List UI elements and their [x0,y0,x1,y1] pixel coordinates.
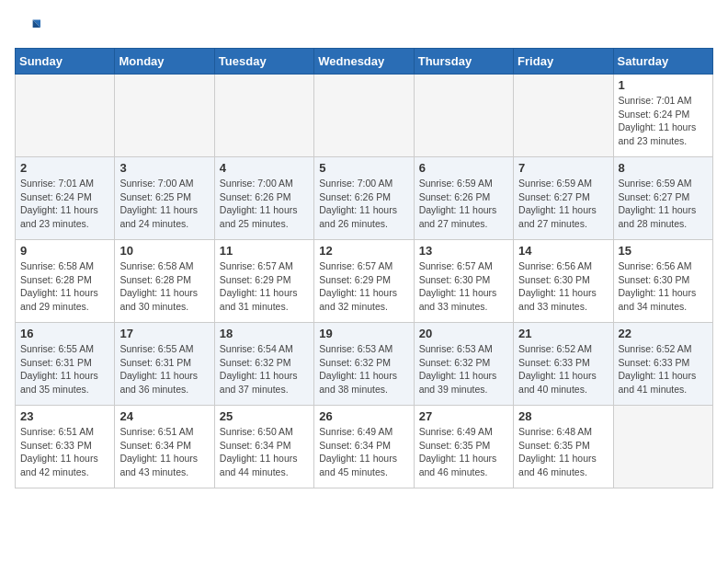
day-number: 11 [220,244,309,258]
calendar-header-row: SundayMondayTuesdayWednesdayThursdayFrid… [16,49,713,75]
calendar-cell: 5Sunrise: 7:00 AM Sunset: 6:26 PM Daylig… [314,157,414,240]
calendar-cell: 14Sunrise: 6:56 AM Sunset: 6:30 PM Dayli… [514,240,613,323]
calendar-cell: 22Sunrise: 6:52 AM Sunset: 6:33 PM Dayli… [613,323,712,406]
day-info: Sunrise: 6:55 AM Sunset: 6:31 PM Dayligh… [119,342,209,396]
calendar-cell: 18Sunrise: 6:54 AM Sunset: 6:32 PM Dayli… [214,323,313,406]
day-header-friday: Friday [514,49,613,75]
calendar-cell: 8Sunrise: 6:59 AM Sunset: 6:27 PM Daylig… [613,157,712,240]
day-info: Sunrise: 6:49 AM Sunset: 6:35 PM Dayligh… [419,425,508,479]
day-number: 10 [119,244,209,258]
calendar-week-row: 9Sunrise: 6:58 AM Sunset: 6:28 PM Daylig… [16,240,713,323]
calendar-cell: 28Sunrise: 6:48 AM Sunset: 6:35 PM Dayli… [514,406,613,488]
calendar-cell: 4Sunrise: 7:00 AM Sunset: 6:26 PM Daylig… [214,157,313,240]
calendar-cell: 27Sunrise: 6:49 AM Sunset: 6:35 PM Dayli… [414,406,513,488]
page-header [15,15,713,40]
day-info: Sunrise: 6:59 AM Sunset: 6:26 PM Dayligh… [419,177,508,231]
calendar-cell: 3Sunrise: 7:00 AM Sunset: 6:25 PM Daylig… [115,157,214,240]
day-info: Sunrise: 6:57 AM Sunset: 6:30 PM Dayligh… [419,259,508,314]
day-number: 5 [319,161,408,175]
calendar-cell: 13Sunrise: 6:57 AM Sunset: 6:30 PM Dayli… [414,240,513,323]
calendar-cell: 20Sunrise: 6:53 AM Sunset: 6:32 PM Dayli… [414,323,513,406]
calendar-week-row: 2Sunrise: 7:01 AM Sunset: 6:24 PM Daylig… [16,157,713,240]
day-info: Sunrise: 6:50 AM Sunset: 6:34 PM Dayligh… [220,425,309,479]
day-number: 28 [518,409,608,423]
day-header-thursday: Thursday [414,49,513,75]
calendar-cell: 24Sunrise: 6:51 AM Sunset: 6:34 PM Dayli… [115,406,214,488]
day-info: Sunrise: 6:52 AM Sunset: 6:33 PM Dayligh… [518,342,608,396]
calendar-cell [314,75,414,157]
day-number: 18 [220,327,309,340]
day-number: 6 [419,161,508,175]
day-header-monday: Monday [115,49,214,75]
calendar-cell: 17Sunrise: 6:55 AM Sunset: 6:31 PM Dayli… [115,323,214,406]
calendar-cell: 6Sunrise: 6:59 AM Sunset: 6:26 PM Daylig… [414,157,513,240]
day-info: Sunrise: 6:53 AM Sunset: 6:32 PM Dayligh… [419,342,508,396]
calendar-cell: 2Sunrise: 7:01 AM Sunset: 6:24 PM Daylig… [16,157,115,240]
day-number: 2 [20,161,109,175]
calendar-cell: 21Sunrise: 6:52 AM Sunset: 6:33 PM Dayli… [514,323,613,406]
day-header-saturday: Saturday [613,49,712,75]
day-number: 12 [319,244,408,258]
day-info: Sunrise: 7:00 AM Sunset: 6:26 PM Dayligh… [220,177,309,231]
calendar-cell [214,75,313,157]
day-number: 8 [619,161,708,175]
day-number: 24 [119,409,209,423]
day-number: 25 [220,409,309,423]
day-number: 14 [518,244,608,258]
calendar-cell: 9Sunrise: 6:58 AM Sunset: 6:28 PM Daylig… [16,240,115,323]
calendar-cell: 10Sunrise: 6:58 AM Sunset: 6:28 PM Dayli… [115,240,214,323]
day-number: 9 [20,244,109,258]
day-number: 20 [419,327,508,340]
calendar-cell [414,75,513,157]
day-number: 15 [619,244,708,258]
calendar-week-row: 23Sunrise: 6:51 AM Sunset: 6:33 PM Dayli… [16,406,713,488]
day-number: 26 [319,409,408,423]
day-info: Sunrise: 6:58 AM Sunset: 6:28 PM Dayligh… [119,259,209,314]
day-info: Sunrise: 6:59 AM Sunset: 6:27 PM Dayligh… [619,177,708,231]
day-number: 17 [119,327,209,340]
day-number: 27 [419,409,508,423]
day-number: 19 [319,327,408,340]
calendar-cell: 15Sunrise: 6:56 AM Sunset: 6:30 PM Dayli… [613,240,712,323]
calendar-cell [514,75,613,157]
calendar-cell: 16Sunrise: 6:55 AM Sunset: 6:31 PM Dayli… [16,323,115,406]
calendar-week-row: 16Sunrise: 6:55 AM Sunset: 6:31 PM Dayli… [16,323,713,406]
logo-icon [15,15,40,40]
day-info: Sunrise: 6:51 AM Sunset: 6:33 PM Dayligh… [20,425,109,479]
day-number: 4 [220,161,309,175]
day-info: Sunrise: 6:53 AM Sunset: 6:32 PM Dayligh… [319,342,408,396]
day-info: Sunrise: 6:59 AM Sunset: 6:27 PM Dayligh… [518,177,608,231]
calendar-cell: 11Sunrise: 6:57 AM Sunset: 6:29 PM Dayli… [214,240,313,323]
day-info: Sunrise: 7:01 AM Sunset: 6:24 PM Dayligh… [619,94,708,148]
day-info: Sunrise: 6:58 AM Sunset: 6:28 PM Dayligh… [20,259,109,314]
calendar-cell [115,75,214,157]
day-info: Sunrise: 6:56 AM Sunset: 6:30 PM Dayligh… [619,259,708,314]
day-header-sunday: Sunday [16,49,115,75]
day-number: 21 [518,327,608,340]
day-info: Sunrise: 6:55 AM Sunset: 6:31 PM Dayligh… [20,342,109,396]
day-header-tuesday: Tuesday [214,49,313,75]
calendar-cell: 12Sunrise: 6:57 AM Sunset: 6:29 PM Dayli… [314,240,414,323]
calendar-cell: 23Sunrise: 6:51 AM Sunset: 6:33 PM Dayli… [16,406,115,488]
calendar-cell [613,406,712,488]
day-number: 22 [619,327,708,340]
day-info: Sunrise: 7:01 AM Sunset: 6:24 PM Dayligh… [20,177,109,231]
day-info: Sunrise: 6:56 AM Sunset: 6:30 PM Dayligh… [518,259,608,314]
day-info: Sunrise: 6:48 AM Sunset: 6:35 PM Dayligh… [518,425,608,479]
calendar-table: SundayMondayTuesdayWednesdayThursdayFrid… [15,48,713,488]
day-info: Sunrise: 6:52 AM Sunset: 6:33 PM Dayligh… [619,342,708,396]
calendar-cell: 1Sunrise: 7:01 AM Sunset: 6:24 PM Daylig… [613,75,712,157]
day-info: Sunrise: 7:00 AM Sunset: 6:25 PM Dayligh… [119,177,209,231]
calendar-cell: 19Sunrise: 6:53 AM Sunset: 6:32 PM Dayli… [314,323,414,406]
day-info: Sunrise: 6:51 AM Sunset: 6:34 PM Dayligh… [119,425,209,479]
day-info: Sunrise: 7:00 AM Sunset: 6:26 PM Dayligh… [319,177,408,231]
day-header-wednesday: Wednesday [314,49,414,75]
day-info: Sunrise: 6:57 AM Sunset: 6:29 PM Dayligh… [319,259,408,314]
day-number: 7 [518,161,608,175]
day-number: 3 [119,161,209,175]
day-number: 13 [419,244,508,258]
logo [15,15,44,40]
day-info: Sunrise: 6:57 AM Sunset: 6:29 PM Dayligh… [220,259,309,314]
day-number: 23 [20,409,109,423]
calendar-cell: 25Sunrise: 6:50 AM Sunset: 6:34 PM Dayli… [214,406,313,488]
